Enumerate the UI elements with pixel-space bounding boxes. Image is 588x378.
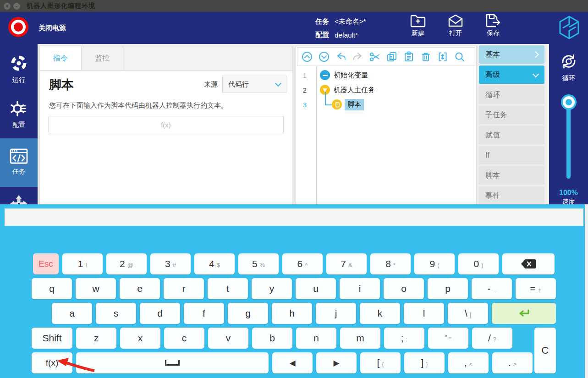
tab-monitor[interactable]: 监控	[82, 46, 123, 70]
copy-icon[interactable]	[386, 51, 397, 62]
redo-icon[interactable]	[352, 51, 363, 62]
key-r[interactable]: r	[164, 278, 204, 299]
key-q[interactable]: q	[32, 278, 72, 299]
key-5[interactable]: 5%	[238, 253, 279, 274]
sidebar-item-label: 任务	[12, 168, 25, 176]
sidebar-item-config[interactable]: 配置	[0, 100, 38, 129]
key-m[interactable]: m	[340, 328, 380, 349]
script-expression-input[interactable]	[48, 116, 284, 133]
script-description: 您可在下面输入作为脚本代码由机器人控制器执行的文本。	[49, 101, 228, 110]
key-semicolon[interactable]: ;:	[384, 328, 424, 349]
key-1[interactable]: 1!	[62, 253, 103, 274]
tree-row-robot-main-task[interactable]: 2 机器人主任务	[297, 82, 475, 97]
key-space[interactable]	[76, 352, 269, 373]
key-slash[interactable]: /?	[472, 328, 512, 349]
speed-slider-handle[interactable]	[563, 96, 575, 108]
key-u[interactable]: u	[296, 278, 336, 299]
palette-item-assign[interactable]: 赋值	[479, 126, 544, 144]
key-z[interactable]: z	[76, 328, 116, 349]
key-y[interactable]: y	[252, 278, 292, 299]
key-0[interactable]: 0)	[458, 253, 499, 274]
key-p[interactable]: p	[428, 278, 468, 299]
tab-bar: 指令 监控	[40, 46, 292, 71]
key-e[interactable]: e	[120, 278, 160, 299]
key-j[interactable]: j	[316, 303, 356, 324]
undo-icon[interactable]	[335, 51, 346, 62]
key-h[interactable]: h	[272, 303, 312, 324]
tree-row-init-variables[interactable]: 1 初始化变量	[297, 68, 475, 82]
tree-toolbar	[297, 47, 475, 66]
key-7[interactable]: 7&	[326, 253, 367, 274]
delete-icon[interactable]	[420, 51, 431, 62]
cut-icon[interactable]	[369, 51, 380, 62]
key-3[interactable]: 3#	[150, 253, 191, 274]
loop-label: 循环	[549, 74, 588, 82]
palette-item-event[interactable]: 事件	[479, 186, 544, 205]
key-backslash[interactable]: \|	[448, 303, 488, 324]
sidebar-item-run[interactable]: 运行	[0, 54, 38, 84]
key-b[interactable]: b	[252, 328, 292, 349]
chevron-down-icon	[533, 71, 539, 77]
key-esc[interactable]: Esc	[33, 253, 59, 274]
palette-group-basic[interactable]: 基本	[479, 45, 544, 64]
key-v[interactable]: v	[208, 328, 248, 349]
key-arrow-left[interactable]: ◀	[272, 352, 313, 373]
key-c[interactable]: C	[534, 328, 556, 373]
key-backspace[interactable]	[502, 253, 555, 274]
palette-item-if[interactable]: If	[479, 146, 544, 164]
key-6[interactable]: 6^	[282, 253, 323, 274]
code-window-icon	[10, 148, 28, 164]
key-4[interactable]: 4$	[194, 253, 235, 274]
new-button[interactable]: 新建	[405, 14, 431, 38]
key-comma[interactable]: ,<	[448, 352, 489, 373]
key-i[interactable]: i	[340, 278, 380, 299]
paste-icon[interactable]	[403, 51, 414, 62]
speed-slider-track[interactable]	[566, 103, 571, 179]
key-w[interactable]: w	[76, 278, 116, 299]
key-a[interactable]: a	[52, 303, 92, 324]
key-8[interactable]: 8*	[370, 253, 411, 274]
key-enter[interactable]	[492, 303, 556, 324]
sidebar-item-task[interactable]: 任务	[0, 138, 38, 187]
open-button[interactable]: 打开	[443, 14, 468, 38]
key-n[interactable]: n	[296, 328, 336, 349]
key-arrow-right[interactable]: ▶	[316, 352, 357, 373]
key-minus[interactable]: -_	[472, 278, 512, 299]
key-equals[interactable]: =+	[516, 278, 556, 299]
palette-item-subtask[interactable]: 子任务	[479, 106, 544, 124]
save-button[interactable]: 保存	[480, 14, 506, 38]
move-down-icon[interactable]	[319, 51, 330, 62]
palette-group-advanced[interactable]: 高级	[479, 66, 544, 84]
key-g[interactable]: g	[228, 303, 268, 324]
chevron-right-icon	[533, 51, 539, 58]
key-s[interactable]: s	[96, 303, 136, 324]
close-icon[interactable]: ×	[4, 3, 11, 10]
palette-item-loop[interactable]: 循环	[479, 86, 544, 104]
key-period[interactable]: .>	[492, 352, 533, 373]
move-up-icon[interactable]	[302, 51, 313, 62]
search-icon[interactable]	[454, 51, 465, 62]
power-button[interactable]	[8, 17, 28, 37]
key-t[interactable]: t	[208, 278, 248, 299]
key-quote[interactable]: '"	[428, 328, 468, 349]
key-9[interactable]: 9(	[414, 253, 455, 274]
loop-arrows-icon[interactable]	[558, 51, 579, 71]
key-x[interactable]: x	[120, 328, 160, 349]
key-c[interactable]: c	[164, 328, 204, 349]
minimize-icon[interactable]: −	[13, 3, 20, 10]
key-2[interactable]: 2@	[106, 253, 147, 274]
key-bracket-close[interactable]: ]}	[404, 352, 445, 373]
key-bracket-open[interactable]: [{	[360, 352, 401, 373]
key-shift[interactable]: Shift	[32, 328, 72, 349]
insert-icon[interactable]	[437, 51, 448, 62]
key-o[interactable]: o	[384, 278, 424, 299]
source-dropdown[interactable]: 代码行	[222, 76, 286, 93]
palette-item-script[interactable]: 脚本	[479, 166, 544, 185]
key-k[interactable]: k	[360, 303, 400, 324]
key-f[interactable]: f	[184, 303, 224, 324]
keyboard-text-input[interactable]	[5, 208, 583, 226]
tab-instruction[interactable]: 指令	[40, 46, 82, 70]
key-d[interactable]: d	[140, 303, 180, 324]
key-l[interactable]: l	[404, 303, 444, 324]
tree-row-script-selected[interactable]: 3 脚本	[297, 97, 475, 112]
